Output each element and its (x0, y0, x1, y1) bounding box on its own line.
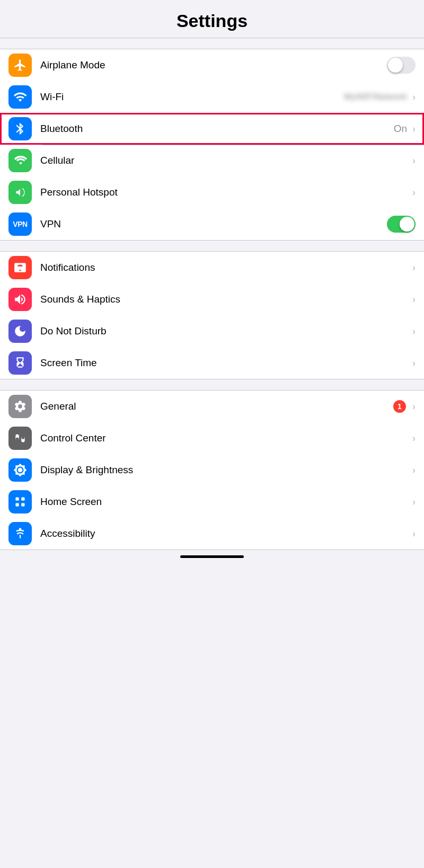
hotspot-label: Personal Hotspot (40, 187, 410, 198)
notifications-icon-wrap (8, 256, 32, 279)
general-label: General (40, 401, 393, 412)
vpn-toggle[interactable] (387, 216, 416, 233)
row-notifications[interactable]: Notifications › (0, 252, 424, 284)
row-accessibility[interactable]: Accessibility › (0, 518, 424, 550)
settings-group-system: General 1 › Control Center › Display & B… (0, 390, 424, 550)
cellular-label: Cellular (40, 155, 410, 166)
row-sounds-haptics[interactable]: Sounds & Haptics › (0, 284, 424, 315)
airplane-mode-label: Airplane Mode (40, 59, 387, 71)
home-screen-icon-wrap (8, 490, 32, 513)
hourglass-icon (13, 356, 27, 370)
vpn-toggle-thumb (400, 217, 414, 232)
home-screen-label: Home Screen (40, 496, 410, 508)
settings-group-preferences: Notifications › Sounds & Haptics › Do No… (0, 251, 424, 379)
vpn-icon: VPN (13, 220, 27, 228)
general-icon-wrap (8, 395, 32, 418)
wifi-network-value: MyWiFiNetwork (344, 92, 407, 102)
settings-group-connectivity: Airplane Mode Wi-Fi MyWiFiNetwork › Blue… (0, 49, 424, 241)
switches-icon (13, 431, 27, 445)
svg-rect-5 (21, 497, 24, 501)
wifi-label: Wi-Fi (40, 91, 344, 103)
home-screen-chevron: › (412, 497, 416, 508)
home-indicator (180, 555, 244, 558)
notifications-label: Notifications (40, 262, 410, 273)
notifications-icon (13, 261, 27, 274)
accessibility-icon-wrap (8, 522, 32, 545)
cellular-icon-wrap (8, 149, 32, 172)
display-icon-wrap (8, 458, 32, 482)
general-chevron: › (412, 401, 416, 412)
svg-rect-4 (15, 497, 19, 501)
accessibility-icon (13, 527, 27, 541)
dnd-chevron: › (412, 326, 416, 337)
display-brightness-label: Display & Brightness (40, 464, 410, 476)
bluetooth-label: Bluetooth (40, 123, 394, 135)
cellular-chevron: › (412, 155, 416, 166)
gear-icon (13, 400, 27, 413)
sounds-chevron: › (412, 294, 416, 305)
row-personal-hotspot[interactable]: Personal Hotspot › (0, 176, 424, 208)
cellular-icon (13, 154, 27, 167)
row-bluetooth[interactable]: Bluetooth On › (0, 113, 424, 145)
control-center-icon-wrap (8, 427, 32, 450)
svg-rect-7 (21, 503, 24, 507)
vpn-label: VPN (40, 218, 387, 230)
brightness-icon (13, 463, 27, 477)
sounds-icon (13, 293, 27, 306)
row-vpn[interactable]: VPN VPN (0, 208, 424, 240)
svg-point-3 (22, 436, 24, 439)
airplane-mode-toggle-thumb (388, 58, 403, 73)
row-screen-time[interactable]: Screen Time › (0, 347, 424, 379)
hotspot-icon-wrap (8, 181, 32, 204)
accessibility-label: Accessibility (40, 528, 410, 539)
screen-time-icon-wrap (8, 351, 32, 375)
vpn-icon-wrap: VPN (8, 212, 32, 236)
wifi-icon (13, 90, 27, 104)
wifi-chevron: › (412, 92, 416, 103)
dnd-icon-wrap (8, 320, 32, 343)
wifi-icon-wrap (8, 85, 32, 109)
row-home-screen[interactable]: Home Screen › (0, 486, 424, 518)
svg-rect-6 (15, 503, 19, 507)
moon-icon (13, 324, 27, 338)
control-center-label: Control Center (40, 432, 410, 444)
screen-time-label: Screen Time (40, 357, 410, 369)
sounds-haptics-label: Sounds & Haptics (40, 294, 410, 305)
bluetooth-chevron: › (412, 123, 416, 135)
bluetooth-icon (13, 122, 27, 136)
row-do-not-disturb[interactable]: Do Not Disturb › (0, 315, 424, 347)
row-control-center[interactable]: Control Center › (0, 422, 424, 454)
row-wifi[interactable]: Wi-Fi MyWiFiNetwork › (0, 81, 424, 113)
display-chevron: › (412, 465, 416, 476)
dnd-label: Do Not Disturb (40, 325, 410, 337)
control-center-chevron: › (412, 433, 416, 444)
bluetooth-icon-wrap (8, 117, 32, 140)
row-cellular[interactable]: Cellular › (0, 145, 424, 176)
screen-time-chevron: › (412, 358, 416, 369)
page-header: Settings (0, 0, 424, 38)
airplane-mode-icon-wrap (8, 54, 32, 77)
row-general[interactable]: General 1 › (0, 391, 424, 422)
accessibility-chevron: › (412, 528, 416, 539)
hotspot-icon (13, 185, 27, 199)
airplane-mode-toggle[interactable] (387, 57, 416, 74)
bluetooth-value: On (394, 123, 407, 135)
page-title: Settings (176, 11, 248, 31)
notifications-chevron: › (412, 262, 416, 273)
row-airplane-mode[interactable]: Airplane Mode (0, 49, 424, 81)
general-badge: 1 (393, 400, 406, 413)
hotspot-chevron: › (412, 187, 416, 198)
svg-point-2 (16, 437, 19, 440)
airplane-icon (13, 58, 27, 72)
row-display-brightness[interactable]: Display & Brightness › (0, 454, 424, 486)
homescreen-icon (13, 495, 27, 509)
sounds-icon-wrap (8, 288, 32, 311)
